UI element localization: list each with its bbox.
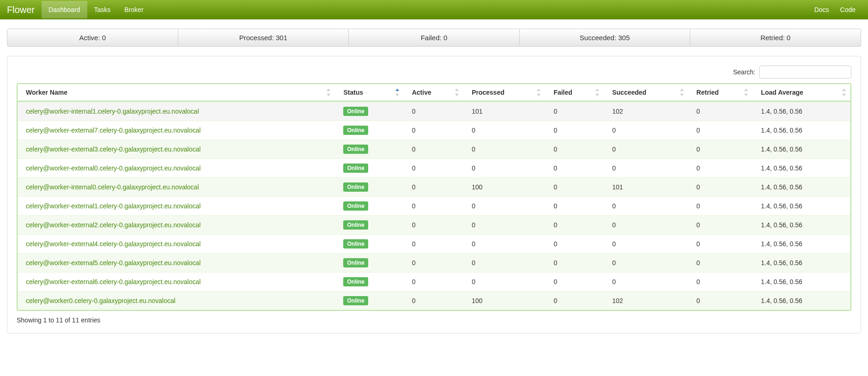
cell-load: 1.4, 0.56, 0.56: [753, 196, 850, 215]
cell-active: 0: [404, 177, 463, 196]
navbar-right: Docs Code: [809, 1, 861, 18]
table-row: celery@worker-internal1.celery-0.galaxyp…: [18, 102, 850, 121]
stat-processed[interactable]: Processed: 301: [178, 29, 349, 47]
cell-active: 0: [404, 291, 463, 310]
cell-retried: 0: [688, 234, 753, 253]
cell-retried: 0: [688, 102, 753, 121]
col-processed[interactable]: Processed: [463, 84, 545, 102]
cell-succeeded: 0: [604, 234, 688, 253]
cell-succeeded: 0: [604, 139, 688, 158]
cell-load: 1.4, 0.56, 0.56: [753, 253, 850, 272]
sort-icon: [842, 89, 847, 96]
worker-link[interactable]: celery@worker-external5.celery-0.galaxyp…: [26, 259, 200, 267]
navbar: Flower Dashboard Tasks Broker Docs Code: [0, 0, 868, 19]
cell-failed: 0: [545, 177, 604, 196]
worker-link[interactable]: celery@worker-external3.celery-0.galaxyp…: [26, 146, 200, 153]
worker-link[interactable]: celery@worker0.celery-0.galaxyproject.eu…: [26, 297, 176, 304]
cell-failed: 0: [545, 121, 604, 139]
worker-link[interactable]: celery@worker-external2.celery-0.galaxyp…: [26, 221, 200, 229]
cell-retried: 0: [688, 158, 753, 177]
stat-succeeded[interactable]: Succeeded: 305: [520, 29, 691, 47]
col-succeeded[interactable]: Succeeded: [604, 84, 688, 102]
cell-retried: 0: [688, 215, 753, 234]
worker-link[interactable]: celery@worker-external6.celery-0.galaxyp…: [26, 278, 200, 285]
table-row: celery@worker0.celery-0.galaxyproject.eu…: [18, 291, 850, 310]
cell-active: 0: [404, 253, 463, 272]
cell-load: 1.4, 0.56, 0.56: [753, 102, 850, 121]
cell-active: 0: [404, 272, 463, 291]
status-badge: Online: [343, 201, 368, 211]
cell-processed: 0: [463, 234, 545, 253]
table-row: celery@worker-external0.celery-0.galaxyp…: [18, 158, 850, 177]
col-load-average[interactable]: Load Average: [753, 84, 850, 102]
cell-active: 0: [404, 158, 463, 177]
table-row: celery@worker-external4.celery-0.galaxyp…: [18, 234, 850, 253]
worker-link[interactable]: celery@worker-external0.celery-0.galaxyp…: [26, 164, 200, 172]
sort-icon: [744, 89, 749, 96]
cell-succeeded: 0: [604, 158, 688, 177]
cell-succeeded: 102: [604, 102, 688, 121]
cell-load: 1.4, 0.56, 0.56: [753, 121, 850, 139]
cell-succeeded: 0: [604, 196, 688, 215]
cell-failed: 0: [545, 158, 604, 177]
cell-processed: 0: [463, 253, 545, 272]
cell-load: 1.4, 0.56, 0.56: [753, 158, 850, 177]
worker-link[interactable]: celery@worker-external7.celery-0.galaxyp…: [26, 127, 200, 134]
cell-load: 1.4, 0.56, 0.56: [753, 177, 850, 196]
stat-failed[interactable]: Failed: 0: [349, 29, 520, 47]
stats-bar: Active: 0 Processed: 301 Failed: 0 Succe…: [7, 29, 861, 47]
stat-retried[interactable]: Retried: 0: [690, 29, 861, 47]
cell-retried: 0: [688, 121, 753, 139]
cell-processed: 0: [463, 158, 545, 177]
status-badge: Online: [343, 258, 368, 267]
cell-retried: 0: [688, 177, 753, 196]
cell-processed: 0: [463, 272, 545, 291]
cell-failed: 0: [545, 234, 604, 253]
search-input[interactable]: [759, 66, 851, 79]
nav-docs[interactable]: Docs: [809, 1, 835, 18]
worker-link[interactable]: celery@worker-internal1.celery-0.galaxyp…: [26, 108, 199, 115]
status-badge: Online: [343, 145, 368, 154]
status-badge: Online: [343, 296, 368, 305]
cell-failed: 0: [545, 196, 604, 215]
stat-active[interactable]: Active: 0: [7, 29, 178, 47]
cell-processed: 0: [463, 215, 545, 234]
cell-succeeded: 0: [604, 272, 688, 291]
status-badge: Online: [343, 164, 368, 173]
col-worker-name[interactable]: Worker Name: [18, 84, 335, 102]
cell-processed: 0: [463, 121, 545, 139]
sort-icon: [537, 89, 541, 96]
nav-tasks[interactable]: Tasks: [87, 1, 118, 18]
cell-retried: 0: [688, 196, 753, 215]
cell-succeeded: 102: [604, 291, 688, 310]
worker-link[interactable]: celery@worker-internal0.celery-0.galaxyp…: [26, 183, 199, 191]
col-retried[interactable]: Retried: [688, 84, 753, 102]
worker-link[interactable]: celery@worker-external1.celery-0.galaxyp…: [26, 202, 200, 210]
cell-failed: 0: [545, 215, 604, 234]
cell-active: 0: [404, 139, 463, 158]
cell-retried: 0: [688, 253, 753, 272]
col-active[interactable]: Active: [404, 84, 463, 102]
table-row: celery@worker-external1.celery-0.galaxyp…: [18, 196, 850, 215]
cell-processed: 0: [463, 139, 545, 158]
status-badge: Online: [343, 239, 368, 249]
status-badge: Online: [343, 182, 368, 192]
sort-icon: [327, 89, 331, 96]
cell-load: 1.4, 0.56, 0.56: [753, 234, 850, 253]
cell-active: 0: [404, 234, 463, 253]
cell-failed: 0: [545, 253, 604, 272]
cell-succeeded: 0: [604, 215, 688, 234]
nav-dashboard[interactable]: Dashboard: [42, 1, 87, 18]
navbar-nav: Dashboard Tasks Broker: [42, 1, 151, 18]
worker-link[interactable]: celery@worker-external4.celery-0.galaxyp…: [26, 240, 200, 248]
table-row: celery@worker-external7.celery-0.galaxyp…: [18, 121, 850, 139]
cell-retried: 0: [688, 291, 753, 310]
cell-processed: 0: [463, 196, 545, 215]
status-badge: Online: [343, 126, 368, 135]
nav-broker[interactable]: Broker: [117, 1, 150, 18]
nav-code[interactable]: Code: [835, 1, 861, 18]
col-failed[interactable]: Failed: [545, 84, 604, 102]
brand-link[interactable]: Flower: [7, 5, 42, 15]
col-status[interactable]: Status: [335, 84, 403, 102]
search-label: Search:: [733, 68, 755, 76]
